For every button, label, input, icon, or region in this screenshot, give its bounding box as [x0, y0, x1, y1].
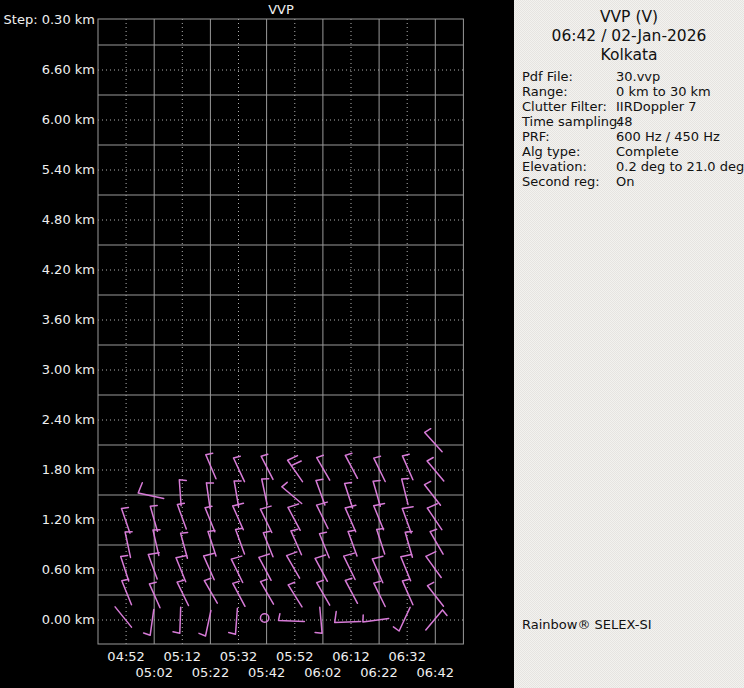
x-axis-label: 05:12: [157, 650, 207, 664]
panel-fields: Pdf File:30.vvpRange:0 km to 30 kmClutte…: [522, 69, 742, 189]
wind-barb: [233, 581, 245, 606]
grid-dotted-lines: [98, 19, 463, 644]
field-value: 0.2 deg to 21.0 deg: [616, 159, 744, 174]
wind-barb: [405, 532, 412, 558]
y-axis-label: 6.60 km: [0, 63, 95, 77]
wind-barb: [426, 552, 441, 578]
info-field-row: Pdf File:30.vvp: [522, 69, 742, 84]
field-value: 0 km to 30 km: [616, 84, 711, 99]
info-field-row: Clutter Filter:IIRDoppler 7: [522, 99, 742, 114]
wind-barb: [208, 530, 216, 556]
wind-barb: [282, 482, 302, 503]
wind-barb: [115, 607, 131, 627]
x-axis-label: 05:32: [214, 650, 264, 664]
wind-barb: [401, 555, 412, 581]
y-axis-label: 6.00 km: [0, 113, 95, 127]
y-axis-label: 3.60 km: [0, 313, 95, 327]
wind-barb: [234, 456, 245, 481]
info-field-row: Time sampling:48: [522, 114, 742, 129]
field-label: Clutter Filter:: [522, 99, 616, 114]
y-axis-label: 0.60 km: [0, 563, 95, 577]
vendor-footer: Rainbow® SELEX-SI: [522, 617, 652, 632]
field-label: Second reg:: [522, 174, 616, 189]
field-label: Elevation:: [522, 159, 616, 174]
wind-barb: [199, 611, 211, 636]
field-label: Time sampling:: [522, 114, 616, 129]
wind-barb: [317, 502, 328, 528]
grid-solid-lines: [98, 19, 463, 644]
wind-barb: [316, 479, 325, 505]
y-axis-label: 1.20 km: [0, 513, 95, 527]
wind-barb: [335, 612, 361, 623]
wind-barb: [427, 504, 442, 530]
wind-barb: [348, 530, 357, 556]
field-label: Alg type:: [522, 144, 616, 159]
y-axis-label: 5.40 km: [0, 163, 95, 177]
panel-datetime: 06:42 / 02-Jan-2026: [514, 27, 744, 46]
wind-barb: [425, 429, 442, 452]
wind-barb: [262, 479, 269, 505]
x-axis-label: 06:12: [326, 650, 376, 664]
info-field-row: PRF:600 Hz / 450 Hz: [522, 129, 742, 144]
chart-title: VVP: [98, 2, 464, 17]
wind-barb: [426, 610, 447, 630]
panel-header: VVP (V) 06:42 / 02-Jan-2026 Kolkata: [514, 0, 744, 65]
wind-barb: [372, 556, 383, 582]
info-field-row: Range:0 km to 30 km: [522, 84, 742, 99]
y-axis-label: 4.20 km: [0, 263, 95, 277]
wind-barb: [260, 506, 271, 532]
info-panel: VVP (V) 06:42 / 02-Jan-2026 Kolkata Pdf …: [514, 0, 744, 688]
wind-barb: [315, 555, 327, 581]
panel-title: VVP (V): [514, 8, 744, 27]
x-axis-label: 05:22: [185, 666, 235, 680]
wind-barb: [122, 579, 132, 605]
y-axis-label: 4.80 km: [0, 213, 95, 227]
wind-barb: [229, 608, 238, 634]
x-axis-label: 06:32: [382, 650, 432, 664]
panel-site: Kolkata: [514, 46, 744, 65]
calm-circle: [260, 614, 268, 622]
chart-area: VVP Step: 0.30 km 6.60 km6.00 km5.40 km4…: [0, 0, 514, 688]
wind-barb: [425, 481, 441, 505]
wind-barb: [263, 531, 273, 557]
y-axis-label: 1.80 km: [0, 463, 95, 477]
wind-barb: [288, 504, 300, 530]
info-field-row: Elevation:0.2 deg to 21.0 deg: [522, 159, 742, 174]
field-value: IIRDoppler 7: [616, 99, 697, 114]
wind-barb: [231, 556, 242, 582]
field-label: Range:: [522, 84, 616, 99]
info-field-row: Second reg:On: [522, 174, 742, 189]
y-axis-label: 3.00 km: [0, 363, 95, 377]
field-label: PRF:: [522, 129, 616, 144]
wind-barb: [259, 554, 271, 580]
wind-barb: [236, 528, 245, 554]
field-value: 48: [616, 114, 633, 129]
vvp-window: { "chart": { "title": "VVP", "step_label…: [0, 0, 744, 688]
wind-barb: [363, 615, 389, 622]
x-axis-label: 06:02: [298, 666, 348, 680]
x-axis-label: 06:42: [410, 666, 460, 680]
wind-barb: [345, 453, 357, 478]
y-axis-label: 2.40 km: [0, 413, 95, 427]
wind-barb: [344, 553, 355, 579]
wind-barb: [430, 529, 443, 554]
field-value: Complete: [616, 144, 679, 159]
x-axis-label: 05:02: [129, 666, 179, 680]
wind-barb: [287, 552, 300, 578]
plot-border: [98, 19, 463, 644]
x-axis-label: 05:42: [242, 666, 292, 680]
field-value: 30.vvp: [616, 69, 660, 84]
x-axis-label: 06:22: [354, 666, 404, 680]
y-axis-label: 0.00 km: [0, 613, 95, 627]
wind-barb: [279, 614, 305, 622]
x-axis-label: 05:52: [270, 650, 320, 664]
wind-barb: [138, 483, 164, 499]
x-axis-label: 04:52: [101, 650, 151, 664]
wind-barb: [144, 609, 154, 635]
wind-barb: [204, 553, 215, 579]
wind-barb: [176, 556, 187, 582]
field-value: On: [616, 174, 634, 189]
wind-barb: [121, 555, 129, 581]
field-label: Pdf File:: [522, 69, 616, 84]
wind-barb: [291, 529, 302, 555]
